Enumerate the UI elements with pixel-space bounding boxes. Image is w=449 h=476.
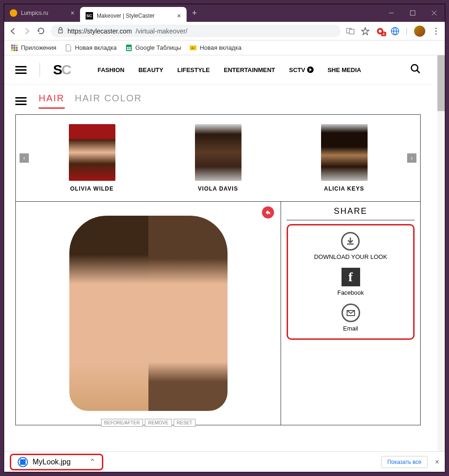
reload-button[interactable] <box>37 27 45 35</box>
svg-rect-20 <box>16 47 18 49</box>
reset-button[interactable]: RESET <box>174 419 195 427</box>
svg-line-31 <box>417 70 420 73</box>
bookmark-label: Приложения <box>21 44 56 51</box>
svg-rect-1 <box>410 11 415 15</box>
bookmark-label: Новая вкладка <box>75 44 117 51</box>
celeb-name: OLIVIA WILDE <box>69 185 115 192</box>
scroll-thumb[interactable] <box>437 55 445 111</box>
downloads-bar: MyLook.jpg ⌃ Показать все × <box>4 451 445 472</box>
site-header: SC FASHION BEAUTY LIFESTYLE ENTERTAINMEN… <box>4 55 432 85</box>
facebook-icon: f <box>342 268 360 286</box>
nav-lifestyle[interactable]: LIFESTYLE <box>177 66 210 73</box>
svg-rect-16 <box>13 45 15 46</box>
share-title: SHARE <box>287 206 415 220</box>
svg-rect-6 <box>349 29 354 34</box>
before-after-button[interactable]: BEFORE/AFTER <box>101 419 143 427</box>
extension-icon[interactable]: 4 <box>376 27 384 35</box>
search-icon[interactable] <box>410 64 421 76</box>
newtab2-bookmark[interactable]: Новая вкладка <box>189 44 241 52</box>
celeb-name: VIOLA DAVIS <box>195 185 241 192</box>
share-label: Email <box>343 325 358 332</box>
svg-point-14 <box>436 33 437 34</box>
tab-stylecaster[interactable]: SC Makeover | StyleCaster × <box>80 7 187 25</box>
url-host: https://stylecaster.com <box>67 27 132 35</box>
apps-bookmark[interactable]: Приложения <box>11 44 56 52</box>
favicon-lumpics <box>10 9 17 17</box>
celeb-olivia-wilde[interactable]: OLIVIA WILDE <box>69 124 115 192</box>
file-icon <box>18 457 28 467</box>
newtab-bookmark[interactable]: Новая вкладка <box>65 44 117 52</box>
favicon-stylecaster: SC <box>86 12 93 20</box>
nav-shemedia[interactable]: SHE MEDIA <box>328 66 361 73</box>
makeover-panel: ‹ OLIVIA WILDE VIOLA DAVIS ALICIA KEY <box>15 114 421 425</box>
svg-point-13 <box>436 30 437 32</box>
tab-haircolor[interactable]: HAIR COLOR <box>75 93 142 109</box>
star-icon[interactable] <box>361 27 369 35</box>
download-icon <box>341 232 360 251</box>
close-icon[interactable]: × <box>177 12 181 20</box>
profile-avatar[interactable] <box>414 26 425 37</box>
site-logo[interactable]: SC <box>53 62 71 78</box>
close-icon[interactable]: × <box>435 458 439 466</box>
svg-rect-21 <box>11 49 13 51</box>
download-item[interactable]: MyLook.jpg ⌃ <box>10 454 103 470</box>
minimize-button[interactable] <box>381 4 402 22</box>
celeb-name: ALICIA KEYS <box>321 185 368 192</box>
svg-point-30 <box>411 65 418 71</box>
chevron-up-icon[interactable]: ⌃ <box>89 457 95 466</box>
download-filename: MyLook.jpg <box>33 458 71 466</box>
hamburger-icon[interactable] <box>15 66 27 74</box>
celeb-viola-davis[interactable]: VIOLA DAVIS <box>195 124 241 192</box>
facebook-button[interactable]: f Facebook <box>337 268 364 296</box>
tab-hair[interactable]: HAIR <box>39 93 65 109</box>
carousel-next-button[interactable]: › <box>407 153 416 163</box>
svg-rect-22 <box>13 49 15 51</box>
carousel-prev-button[interactable]: ‹ <box>20 153 29 163</box>
tab-title: Lumpics.ru <box>21 10 48 16</box>
url-input[interactable]: https://stylecaster.com/virtual-makeover… <box>51 25 341 37</box>
bookmark-label: Google Таблицы <box>135 44 181 51</box>
face-preview[interactable] <box>69 216 228 411</box>
svg-rect-17 <box>16 45 18 46</box>
download-look-button[interactable]: DOWNLOAD YOUR LOOK <box>314 232 387 260</box>
svg-rect-23 <box>16 49 18 51</box>
hamburger-icon[interactable] <box>15 97 27 105</box>
maximize-button[interactable] <box>402 4 423 22</box>
email-button[interactable]: Email <box>342 304 360 332</box>
show-all-button[interactable]: Показать все <box>381 456 427 468</box>
nav-sctv[interactable]: SCTV <box>289 66 314 73</box>
menu-icon[interactable] <box>432 27 440 35</box>
celeb-thumb <box>321 124 368 181</box>
share-label: Facebook <box>337 289 364 296</box>
nav-fashion[interactable]: FASHION <box>98 66 125 73</box>
translate-icon[interactable] <box>346 27 355 35</box>
svg-rect-18 <box>11 47 13 49</box>
bookmark-label: Новая вкладка <box>200 44 241 51</box>
sheets-bookmark[interactable]: Google Таблицы <box>125 44 181 52</box>
svg-rect-19 <box>13 47 15 49</box>
scrollbar[interactable] <box>437 55 445 472</box>
sub-header: HAIR HAIR COLOR <box>4 93 432 109</box>
globe-icon[interactable] <box>391 27 399 35</box>
remove-button[interactable]: REMOVE <box>145 419 172 427</box>
nav-beauty[interactable]: BEAUTY <box>138 66 163 73</box>
close-icon[interactable]: × <box>71 9 74 17</box>
back-button[interactable] <box>9 27 17 35</box>
celeb-alicia-keys[interactable]: ALICIA KEYS <box>321 124 368 192</box>
share-icon[interactable] <box>262 206 274 218</box>
close-button[interactable] <box>423 4 445 22</box>
celeb-thumb <box>69 124 115 181</box>
celeb-thumb <box>195 124 241 181</box>
forward-button[interactable] <box>23 27 31 35</box>
tab-lumpics[interactable]: Lumpics.ru × <box>4 4 80 22</box>
new-tab-button[interactable]: + <box>187 4 203 22</box>
svg-point-12 <box>436 27 437 29</box>
nav-entertainment[interactable]: ENTERTAINMENT <box>224 66 275 73</box>
email-icon <box>342 304 360 322</box>
browser-titlebar: Lumpics.ru × SC Makeover | StyleCaster ×… <box>4 4 445 22</box>
svg-rect-15 <box>11 45 13 46</box>
bookmarks-bar: Приложения Новая вкладка Google Таблицы … <box>4 40 445 55</box>
share-label: DOWNLOAD YOUR LOOK <box>314 253 387 260</box>
makeover-canvas: BEFORE/AFTER REMOVE RESET <box>16 202 281 425</box>
tab-title: Makeover | StyleCaster <box>97 13 155 19</box>
